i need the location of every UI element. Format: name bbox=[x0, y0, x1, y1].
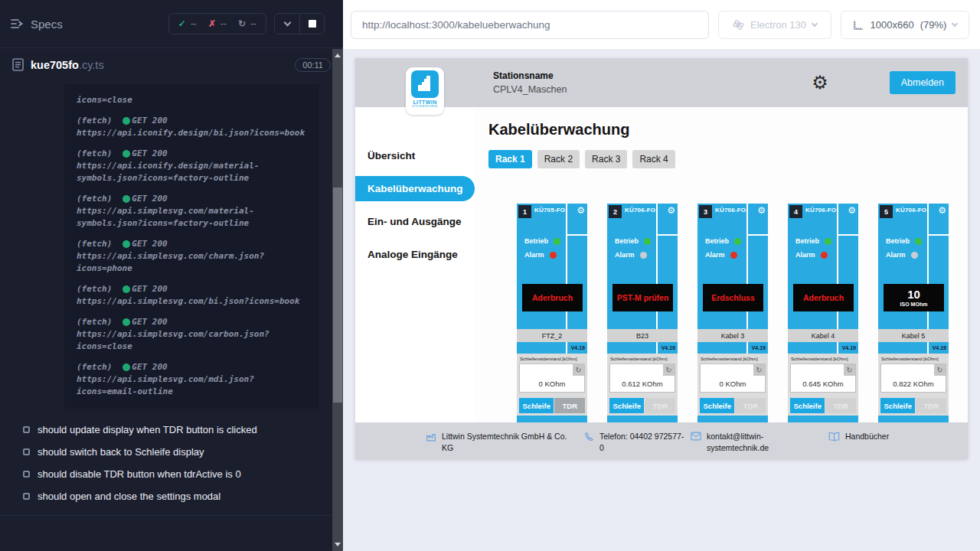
schleife-button[interactable]: Schleife bbox=[880, 398, 915, 413]
module-number-badge: 1 bbox=[518, 205, 531, 218]
alarm-led bbox=[550, 252, 557, 259]
screen: Specs ✓ -- ✗ -- ↻ -- bbox=[0, 0, 980, 551]
footer-phone[interactable]: Telefon: 04402 972577-0 bbox=[583, 431, 684, 454]
tab-rack-4[interactable]: Rack 4 bbox=[632, 150, 675, 168]
log-entry[interactable]: (fetch)GET 200 https://api.iconify.desig… bbox=[77, 115, 312, 139]
footer-manuals[interactable]: Handbücher bbox=[828, 431, 928, 442]
cable-name: Kabel 5 bbox=[878, 329, 949, 342]
log-entry[interactable]: (fetch)GET 200 https://api.iconify.desig… bbox=[77, 148, 312, 184]
schleife-button[interactable]: Schleife bbox=[700, 398, 734, 413]
test-item[interactable]: should open and close the settings modal bbox=[0, 485, 343, 507]
log-entry[interactable]: (fetch)GET 200 https://api.simplesvg.com… bbox=[77, 361, 312, 398]
settings-gear-icon[interactable]: ⚙ bbox=[812, 73, 828, 92]
refresh-icon[interactable]: ↻ bbox=[753, 364, 765, 376]
module-gear-icon[interactable]: ⚙ bbox=[577, 205, 585, 216]
module-gear-icon[interactable]: ⚙ bbox=[938, 205, 946, 216]
tab-rack-3[interactable]: Rack 3 bbox=[585, 150, 627, 168]
stop-icon bbox=[309, 20, 316, 28]
log-url: https://api.iconify.design/material-symb… bbox=[77, 160, 312, 184]
cable-name: Kabel 4 bbox=[788, 329, 858, 342]
tdr-button[interactable]: TDR bbox=[735, 398, 766, 413]
footer-email[interactable]: kontakt@littwin-systemtechnik.de bbox=[691, 431, 789, 454]
sidebar-item-uebersicht[interactable]: Übersicht bbox=[355, 143, 475, 168]
scroll-down-arrow-icon[interactable] bbox=[335, 543, 341, 546]
schleife-button[interactable]: Schleife bbox=[790, 398, 825, 413]
collapse-button[interactable] bbox=[275, 14, 299, 34]
logout-button[interactable]: Abmelden bbox=[890, 71, 956, 94]
sidebar-item-analoge-eingaenge[interactable]: Analoge Eingänge bbox=[355, 242, 475, 267]
log-entry[interactable]: (fetch)GET 200 https://api.simplesvg.com… bbox=[77, 238, 312, 275]
betrieb-led bbox=[825, 238, 831, 245]
log-entry[interactable]: (fetch)GET 200 https://api.simplesvg.com… bbox=[77, 283, 312, 308]
module-divider bbox=[566, 342, 567, 354]
viewport-scale: (79%) bbox=[920, 19, 947, 31]
log-entry[interactable]: (fetch)GET 200 https://api.simplesvg.com… bbox=[77, 316, 312, 353]
module-gear-icon[interactable]: ⚙ bbox=[667, 205, 675, 216]
alarm-led bbox=[640, 252, 647, 259]
log-entry[interactable]: (fetch)GET 200 https://api.simplesvg.com… bbox=[77, 193, 312, 230]
test-item[interactable]: should switch back to Schleife display bbox=[0, 441, 343, 463]
pending-count: -- bbox=[250, 18, 256, 29]
alarm-label: Alarm bbox=[795, 251, 815, 259]
log-status: GET 200 bbox=[132, 238, 167, 250]
status-text: Erdschluss bbox=[711, 293, 755, 302]
tdr-button[interactable]: TDR bbox=[825, 398, 856, 413]
test-item[interactable]: should update display when TDR button is… bbox=[0, 419, 343, 441]
firmware-version: V4.19 bbox=[752, 345, 766, 350]
footer-email-text: kontakt@littwin-systemtechnik.de bbox=[707, 431, 789, 454]
stop-button[interactable] bbox=[299, 14, 324, 34]
spec-file-row[interactable]: kue705fo.cy.ts 00:11 bbox=[0, 48, 343, 81]
refresh-icon[interactable]: ↻ bbox=[573, 364, 584, 376]
logo-wordmark: LITTWIN bbox=[413, 99, 436, 105]
tdr-button[interactable]: TDR bbox=[645, 398, 675, 413]
book-icon bbox=[828, 432, 840, 442]
rack-module-card-1: 1KÜ705-FO⚙ Betrieb Alarm Aderbruch FTZ_2… bbox=[517, 204, 587, 430]
test-checkbox-icon bbox=[23, 493, 30, 500]
log-status: GET 200 bbox=[132, 193, 167, 205]
runner-scrollbar[interactable] bbox=[332, 49, 343, 551]
viewport-selector[interactable]: 1000x660 (79%) bbox=[841, 11, 969, 39]
schleife-button[interactable]: Schleife bbox=[609, 398, 644, 413]
module-gear-icon[interactable]: ⚙ bbox=[848, 205, 856, 216]
refresh-icon[interactable]: ↻ bbox=[934, 364, 946, 376]
sidebar-item-kabelueberwachung[interactable]: Kabelüberwachung bbox=[355, 176, 475, 201]
tab-rack-2[interactable]: Rack 2 bbox=[537, 150, 580, 168]
test-title: should open and close the settings modal bbox=[38, 491, 220, 502]
betrieb-led bbox=[734, 238, 741, 245]
measurement-value: 0 KOhm bbox=[701, 380, 765, 388]
module-divider bbox=[658, 234, 678, 236]
cable-name: FTZ_2 bbox=[517, 329, 587, 342]
schleife-button[interactable]: Schleife bbox=[519, 398, 554, 413]
betrieb-led bbox=[554, 238, 560, 245]
log-url: https://api.simplesvg.com/mdi.json?icons… bbox=[77, 373, 312, 398]
measurement-panel: Schleifenwiderstand [kOhm] ↻ 0 KOhm Schl… bbox=[517, 354, 587, 430]
refresh-icon[interactable]: ↻ bbox=[663, 364, 675, 376]
factory-icon bbox=[426, 432, 436, 442]
log-prefix: (fetch) bbox=[77, 115, 112, 127]
scroll-up-arrow-icon[interactable] bbox=[335, 54, 341, 57]
tdr-button[interactable]: TDR bbox=[554, 398, 585, 413]
rack-tabs: Rack 1 Rack 2 Rack 3 Rack 4 bbox=[488, 150, 968, 168]
module-gear-icon[interactable]: ⚙ bbox=[757, 205, 766, 216]
measurement-box: ↻ 0.612 KOhm bbox=[609, 364, 675, 393]
runner-header: Specs ✓ -- ✗ -- ↻ -- bbox=[0, 0, 343, 48]
browser-selector[interactable]: Electron 130 bbox=[718, 11, 831, 39]
scrollbar-thumb[interactable] bbox=[333, 187, 342, 403]
log-entry[interactable]: icons=close bbox=[77, 94, 312, 106]
specs-menu[interactable]: Specs bbox=[11, 18, 63, 31]
test-item[interactable]: should disable TDR button when tdrActive… bbox=[0, 463, 343, 485]
module-divider bbox=[927, 342, 929, 354]
status-display: 10 ISO MOhm bbox=[884, 284, 944, 311]
refresh-icon[interactable]: ↻ bbox=[844, 364, 855, 376]
chevron-down-icon bbox=[812, 20, 818, 26]
module-model-label: KÜ706-FO bbox=[625, 207, 655, 214]
betrieb-label: Betrieb bbox=[705, 237, 729, 245]
tab-rack-1[interactable]: Rack 1 bbox=[488, 150, 532, 168]
rack-module-card-4: 4KÜ706-FO⚙ Betrieb Alarm Aderbruch Kabel… bbox=[788, 204, 858, 430]
iso-unit-label: ISO MOhm bbox=[900, 302, 928, 307]
tdr-button[interactable]: TDR bbox=[916, 398, 946, 413]
url-input[interactable] bbox=[351, 11, 709, 39]
passed-check-icon: ✓ bbox=[178, 18, 186, 29]
sidebar-item-ein-und-ausgaenge[interactable]: Ein- und Ausgänge bbox=[355, 209, 475, 234]
alarm-label: Alarm bbox=[886, 251, 906, 259]
